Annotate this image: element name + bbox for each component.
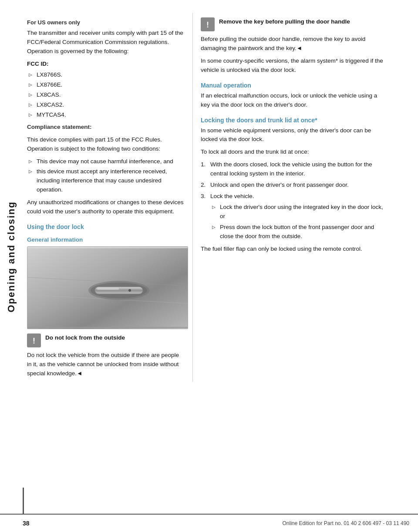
do-not-lock-notice: ! Do not lock from the outside (27, 333, 185, 347)
fcc-item-1: LX8766S. (27, 71, 185, 80)
condition-2: this device must accept any interference… (27, 167, 185, 195)
do-not-lock-title: Do not lock from the outside (45, 334, 125, 341)
footer: 38 Online Edition for Part no. 01 40 2 6… (0, 514, 418, 532)
step-2: 2. Unlock and open the driver's or front… (201, 181, 385, 190)
left-column: For US owners only The transmitter and r… (23, 13, 192, 382)
step-3-sub-2: Press down the lock button of the front … (210, 223, 385, 241)
remove-key-para: Before pulling the outside door handle, … (201, 35, 385, 53)
door-lock-title: Using the door lock (27, 223, 185, 230)
locking-title: Locking the doors and trunk lid at once* (201, 117, 385, 124)
sidebar: Opening and closing (0, 0, 23, 514)
for-us-title: For US owners only (27, 18, 185, 27)
svg-rect-6 (97, 288, 119, 290)
country-specific-para: In some country-specific versions, the a… (201, 57, 385, 75)
compliance-text: This device complies with part 15 of the… (27, 135, 185, 154)
footer-bar (23, 488, 24, 514)
step-1-text: With the doors closed, lock the vehicle … (210, 161, 372, 177)
manual-operation-title: Manual operation (201, 82, 385, 89)
condition-1: This device may not cause harmful interf… (27, 157, 185, 166)
warning-icon-1: ! (27, 333, 41, 347)
do-not-lock-body: Do not lock the vehicle from the outside… (27, 351, 185, 378)
locking-steps: 1. With the doors closed, lock the vehic… (201, 160, 385, 241)
sidebar-label: Opening and closing (6, 201, 17, 313)
fcc-id-label: FCC ID: (27, 60, 185, 69)
manual-operation-text: If an electrical malfunction occurs, loc… (201, 91, 385, 110)
fcc-item-3: LX8CAS. (27, 91, 185, 100)
fcc-list: LX8766S. LX8766E. LX8CAS. LX8CAS2. MYTCA… (27, 71, 185, 120)
step-3-text: Lock the vehicle. (210, 193, 254, 199)
to-lock-label: To lock all doors and the trunk lid at o… (201, 148, 385, 157)
step-3-sub-1: Lock the driver's door using the integra… (210, 203, 385, 221)
remove-key-text: Remove the key before pulling the door h… (219, 17, 350, 27)
car-door-image (27, 246, 188, 329)
car-door-svg (27, 247, 188, 329)
right-column: ! Remove the key before pulling the door… (193, 13, 393, 382)
compliance-label: Compliance statement: (27, 123, 185, 132)
step-2-text: Unlock and open the driver's or front pa… (210, 182, 349, 188)
svg-text:!: ! (206, 20, 209, 29)
locking-intro: In some vehicle equipment versions, only… (201, 126, 385, 145)
remove-key-notice: ! Remove the key before pulling the door… (201, 17, 385, 31)
step-1: 1. With the doors closed, lock the vehic… (201, 160, 385, 178)
remove-key-title: Remove the key before pulling the door h… (219, 18, 350, 25)
fuel-filler-text: The fuel filler flap can only be locked … (201, 245, 385, 254)
fcc-item-4: LX8CAS2. (27, 101, 185, 110)
step-3-sub: Lock the driver's door using the integra… (210, 203, 385, 241)
warning-icon-2: ! (201, 17, 215, 31)
step-2-num: 2. (201, 181, 206, 190)
step-3: 3. Lock the vehicle. Lock the driver's d… (201, 192, 385, 241)
for-us-para1: The transmitter and receiver units compl… (27, 29, 185, 56)
svg-text:!: ! (33, 337, 35, 345)
unauthorized-text: Any unauthorized modifications or change… (27, 198, 185, 216)
do-not-lock-text: Do not lock from the outside (45, 333, 125, 343)
conditions-list: This device may not cause harmful interf… (27, 157, 185, 195)
general-info-title: General information (27, 236, 185, 243)
fcc-item-2: LX8766E. (27, 81, 185, 90)
svg-point-7 (128, 289, 131, 292)
fcc-item-5: MYTCAS4. (27, 111, 185, 120)
page-number: 38 (23, 520, 30, 527)
step-1-num: 1. (201, 160, 206, 169)
footer-info: Online Edition for Part no. 01 40 2 606 … (282, 520, 409, 526)
step-3-num: 3. (201, 192, 206, 201)
